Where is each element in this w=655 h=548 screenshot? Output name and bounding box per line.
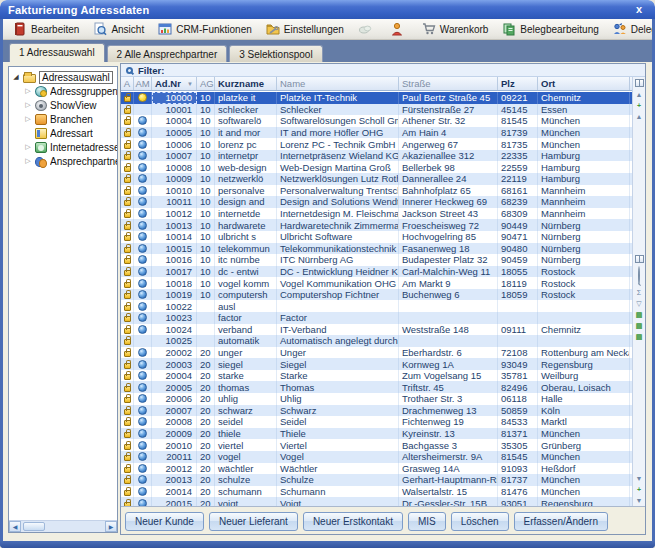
list-icon[interactable]: ▤ <box>634 320 645 331</box>
table-row[interactable]: 10001 10 schlecker Schlecker Fürstenstra… <box>121 104 632 116</box>
expander-icon[interactable]: ▷ <box>24 115 32 123</box>
neuer-erstkontakt-button[interactable]: Neuer Erstkontakt <box>303 512 403 531</box>
toolbar-icon-button-2[interactable] <box>384 20 414 39</box>
column-chooser-icon[interactable] <box>635 79 644 87</box>
expander-icon[interactable]: ▷ <box>24 101 32 109</box>
column-header-strasse[interactable]: Straße <box>399 77 498 90</box>
table-row[interactable]: 20008 20 seidel Seidel Fichtenweg 19 845… <box>121 416 632 428</box>
table-row[interactable]: 10010 10 personalve Personalverwaltung T… <box>121 185 632 197</box>
toolbar-warenkorb-button[interactable]: Warenkorb <box>416 20 495 39</box>
column-header-am[interactable]: AM <box>134 77 152 90</box>
table-row[interactable]: 20005 20 thomas Thomas Triftstr. 45 8249… <box>121 381 632 393</box>
table-row[interactable]: 10019 10 computersh Computershop Fichtne… <box>121 289 632 301</box>
table-row[interactable]: 20009 20 thiele Thiele Kyreinstr. 13 813… <box>121 428 632 440</box>
column-header-ort[interactable]: Ort <box>538 77 630 90</box>
lock-cell <box>121 92 134 104</box>
toolbar-ansicht-button[interactable]: Ansicht <box>87 20 150 39</box>
lock-icon <box>124 409 131 415</box>
toolbar-einstellungen-button[interactable]: Einstellungen <box>260 20 350 39</box>
add-row-icon[interactable]: + <box>634 100 645 111</box>
sum-icon[interactable]: Σ <box>634 287 645 298</box>
column-header-ag[interactable]: AG <box>197 77 215 90</box>
table-row[interactable]: 10006 10 lorenz pc Lorenz PC - Technik G… <box>121 138 632 150</box>
table-row[interactable]: 10004 10 softwarelö Softwarelösungen Sch… <box>121 115 632 127</box>
table-row[interactable]: 20011 20 vogel Vogel Altersheimerstr. 9A… <box>121 451 632 463</box>
mis-button[interactable]: MIS <box>408 512 446 531</box>
neuer-lieferant-button[interactable]: Neuer Lieferant <box>209 512 298 531</box>
tree-item-showview[interactable]: ▷ ShowView <box>12 98 117 112</box>
table-row[interactable]: 20012 20 wächtler Wächtler Grasweg 14A 9… <box>121 463 632 475</box>
toolbar-belegbearbeitung-button[interactable]: Belegbearbeitung <box>496 20 604 39</box>
tree-root-adressauswahl[interactable]: ◢ Adressauswahl <box>12 70 117 84</box>
table-row[interactable]: 10017 10 dc - entwi DC - Entwicklung Hei… <box>121 266 632 278</box>
tree-item-internetadressen[interactable]: ▷ Internetadressen <box>12 140 117 154</box>
expander-open-icon[interactable]: ◢ <box>12 73 20 81</box>
table-row[interactable]: 20006 20 uhlig Uhlig Trothaer Str. 3 061… <box>121 393 632 405</box>
table-row[interactable]: 10012 10 internetde Internetdesign M. Fl… <box>121 208 632 220</box>
table-row[interactable]: 10025 automatik Automatisch angelegt dur… <box>121 335 632 347</box>
scrollbar-thumb[interactable] <box>23 522 45 531</box>
table-row[interactable]: 10018 10 vogel komm Vogel Kommunikation … <box>121 277 632 289</box>
table-row[interactable]: 10023 factor Factor <box>121 312 632 324</box>
tab-alle-ansprechpartner[interactable]: 2 Alle Ansprechpartner <box>107 45 228 62</box>
table-row[interactable]: 10008 10 web-design Web-Design Martina G… <box>121 161 632 173</box>
tree-item-branchen[interactable]: ▷ Branchen <box>12 112 117 126</box>
table-row[interactable]: 20013 20 schulze Schulze Gerhart-Hauptma… <box>121 474 632 486</box>
table-row[interactable]: 20010 20 viertel Viertel Bachgasse 3 353… <box>121 439 632 451</box>
column-header-plz[interactable]: Plz <box>498 77 538 90</box>
tab-adressauswahl[interactable]: 1 Adressauswahl <box>9 43 105 62</box>
table-row[interactable]: 10015 10 telekommun Telekommunikationste… <box>121 243 632 255</box>
toolbar-bearbeiten-button[interactable]: Bearbeiten <box>7 20 85 39</box>
table-row[interactable]: 10007 10 internetpr Internetpräsenz Wiel… <box>121 150 632 162</box>
expander-icon[interactable]: ▷ <box>24 87 32 95</box>
add-icon[interactable]: + <box>634 484 645 495</box>
move-down-icon[interactable]: ▼ <box>634 473 645 484</box>
scroll-right-icon[interactable]: ▶ <box>105 521 117 532</box>
table-row[interactable]: 10009 10 netzwerklö Netzwerklösungen Lut… <box>121 173 632 185</box>
table-row[interactable]: 20002 20 unger Unger Eberhardstr. 6 7210… <box>121 347 632 359</box>
table-row[interactable]: 20004 20 starke Starke Zum Vogelsang 15 … <box>121 370 632 382</box>
table-row[interactable]: 20014 20 schumann Schumann Walsertalstr.… <box>121 486 632 498</box>
table-row[interactable]: 10024 verband IT-Verband Weststraße 148 … <box>121 324 632 336</box>
scroll-down-icon[interactable]: ▼ <box>634 495 645 506</box>
search-icon[interactable] <box>126 67 133 74</box>
sort-arrow-icon[interactable]: ▼ <box>187 81 196 87</box>
list-icon[interactable]: ▤ <box>634 309 645 320</box>
column-header-adnr[interactable]: Ad.Nr ▼ <box>152 77 197 90</box>
close-icon[interactable]: x <box>631 3 647 17</box>
kurzname-cell: thomas <box>215 381 277 393</box>
table-row[interactable]: 10016 10 itc nürnbe ITC Nürnberg AG Buda… <box>121 254 632 266</box>
tree-item-adressart[interactable]: Adressart <box>12 126 117 140</box>
column-header-name[interactable]: Name <box>277 77 399 90</box>
grid-filter-row[interactable]: Filter: <box>121 64 645 77</box>
tree-item-ansprechpartner[interactable]: ▷ Ansprechpartner <box>12 154 117 168</box>
erfassen-aendern-button[interactable]: Erfassen/Ändern <box>514 512 609 531</box>
expander-icon[interactable]: ▷ <box>24 157 32 165</box>
toolbar-crm-funktionen-button[interactable]: CRM-Funktionen <box>152 20 258 39</box>
toolbar-icon-button-1[interactable] <box>352 20 382 39</box>
column-header-kurzname[interactable]: Kurzname <box>215 77 277 90</box>
scroll-up-icon[interactable]: ▲ <box>634 89 645 100</box>
columns-icon[interactable] <box>635 255 644 263</box>
expander-icon[interactable]: ▷ <box>24 143 32 151</box>
scroll-left-icon[interactable]: ◀ <box>9 521 21 532</box>
table-row[interactable]: 10011 10 design and Design and Solutions… <box>121 196 632 208</box>
loeschen-button[interactable]: Löschen <box>451 512 509 531</box>
toolbar-delegieren-button[interactable]: Delegieren <box>607 20 655 39</box>
search-rows-icon[interactable] <box>638 267 640 285</box>
neuer-kunde-button[interactable]: Neuer Kunde <box>125 512 204 531</box>
column-header-lock[interactable]: A <box>121 77 134 90</box>
table-row[interactable]: 10000 10 platzke it Platzke IT-Technik P… <box>121 92 632 104</box>
list-icon[interactable]: ▤ <box>634 331 645 342</box>
table-row[interactable]: 10022 ausl <box>121 300 632 312</box>
filter-funnel-icon[interactable]: ▽ <box>634 298 645 309</box>
table-row[interactable]: 10013 10 hardwarete Hardwaretechnik Zimm… <box>121 219 632 231</box>
table-row[interactable]: 10005 10 it and mor IT and more Höfler O… <box>121 127 632 139</box>
tree-item-adressgruppen[interactable]: ▷ Adressgruppen <box>12 84 117 98</box>
table-row[interactable]: 20007 20 schwarz Schwarz Drachmenweg 13 … <box>121 405 632 417</box>
table-row[interactable]: 20015 20 voigt Voigt Dr.-Gessler-Str. 15… <box>121 497 632 506</box>
table-row[interactable]: 20003 20 siegel Siegel Kornweg 1A 93049 … <box>121 358 632 370</box>
table-row[interactable]: 10014 10 ulbricht s Ulbricht Software Ho… <box>121 231 632 243</box>
tab-selektionspool[interactable]: 3 Selektionspool <box>229 45 322 62</box>
move-up-icon[interactable]: ▲ <box>634 111 645 122</box>
